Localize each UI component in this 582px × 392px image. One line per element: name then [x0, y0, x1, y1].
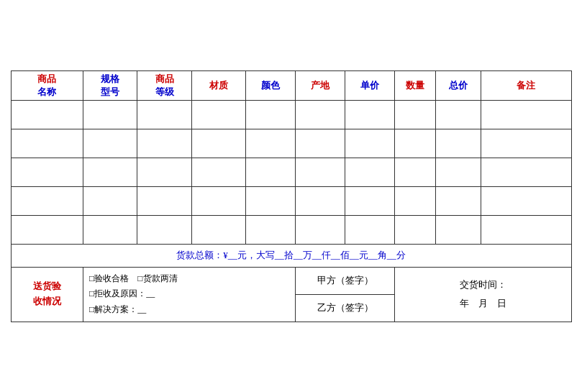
table-row	[11, 158, 571, 186]
cell-origin	[296, 215, 345, 244]
cell-goods-name	[11, 158, 83, 186]
total-row: 货款总额：¥__元，大写__拾__万__仟__佰__元__角__分	[11, 244, 571, 267]
cell-color	[246, 215, 296, 244]
cell-grade	[137, 215, 191, 244]
cell-remark	[481, 186, 571, 215]
cell-unit-price	[345, 215, 395, 244]
cell-material	[191, 100, 245, 129]
cell-unit-price	[345, 129, 395, 158]
cell-material	[191, 129, 245, 158]
table-row	[11, 186, 571, 215]
cell-qty	[395, 186, 436, 215]
cell-origin	[296, 129, 345, 158]
header-color: 颜色	[246, 70, 296, 100]
cell-remark	[481, 129, 571, 158]
party-b-sign: 乙方（签字）	[296, 294, 395, 322]
cell-grade	[137, 129, 191, 158]
cell-total	[435, 100, 481, 129]
cell-color	[246, 129, 296, 158]
cell-grade	[137, 186, 191, 215]
table-header: 商品 名称 规格 型号 商品 等级 材质 颜色 产地	[11, 70, 571, 100]
cell-color	[246, 186, 296, 215]
cell-spec	[83, 158, 137, 186]
cell-qty	[395, 215, 436, 244]
cell-qty	[395, 100, 436, 129]
cell-grade	[137, 100, 191, 129]
delivery-label-cell: 送货验 收情况	[11, 267, 83, 322]
cell-goods-name	[11, 186, 83, 215]
party-a-sign: 甲方（签字）	[296, 267, 395, 294]
cell-spec	[83, 186, 137, 215]
cell-remark	[481, 215, 571, 244]
cell-unit-price	[345, 100, 395, 129]
header-goods-name: 商品 名称	[11, 70, 83, 100]
header-spec: 规格 型号	[83, 70, 137, 100]
cell-unit-price	[345, 158, 395, 186]
cell-origin	[296, 158, 345, 186]
cell-grade	[137, 158, 191, 186]
header-grade: 商品 等级	[137, 70, 191, 100]
cell-spec	[83, 129, 137, 158]
cell-remark	[481, 158, 571, 186]
cell-total	[435, 158, 481, 186]
cell-total	[435, 215, 481, 244]
cell-total	[435, 129, 481, 158]
cell-material	[191, 158, 245, 186]
cell-material	[191, 186, 245, 215]
cell-spec	[83, 215, 137, 244]
header-origin: 产地	[296, 70, 345, 100]
table-row	[11, 129, 571, 158]
footer-row: 送货验 收情况 □验收合格 □货款两清 □拒收及原因：__ □解决方案：__ 甲…	[11, 267, 571, 294]
cell-remark	[481, 100, 571, 129]
cell-spec	[83, 100, 137, 129]
table-row	[11, 215, 571, 244]
cell-qty	[395, 158, 436, 186]
cell-goods-name	[11, 100, 83, 129]
cell-unit-price	[345, 186, 395, 215]
header-total-price: 总价	[435, 70, 481, 100]
table-row	[11, 100, 571, 129]
cell-goods-name	[11, 215, 83, 244]
cell-origin	[296, 100, 345, 129]
cell-color	[246, 100, 296, 129]
header-remark: 备注	[481, 70, 571, 100]
delivery-time-cell: 交货时间： 年 月 日	[395, 267, 571, 322]
cell-total	[435, 186, 481, 215]
total-label: 货款总额：¥__元，大写__拾__万__仟__佰__元__角__分	[11, 244, 571, 267]
header-material: 材质	[191, 70, 245, 100]
cell-goods-name	[11, 129, 83, 158]
cell-qty	[395, 129, 436, 158]
cell-origin	[296, 186, 345, 215]
cell-color	[246, 158, 296, 186]
cell-material	[191, 215, 245, 244]
delivery-options-cell: □验收合格 □货款两清 □拒收及原因：__ □解决方案：__	[83, 267, 296, 322]
header-unit-price: 单价	[345, 70, 395, 100]
header-quantity: 数量	[395, 70, 436, 100]
